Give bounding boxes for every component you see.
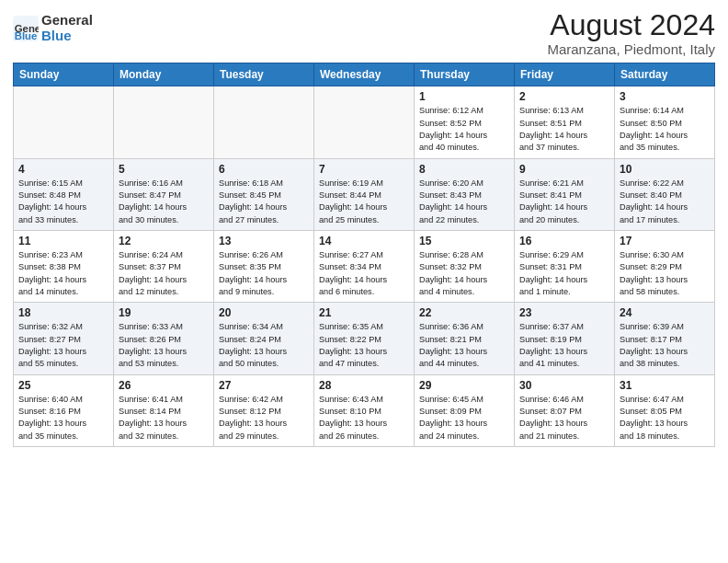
day-cell-24: 24Sunrise: 6:39 AM Sunset: 8:17 PM Dayli… bbox=[615, 303, 715, 374]
day-number: 26 bbox=[119, 379, 209, 392]
day-number: 12 bbox=[119, 235, 209, 247]
day-number: 17 bbox=[620, 235, 710, 247]
day-info: Sunrise: 6:22 AM Sunset: 8:40 PM Dayligh… bbox=[620, 178, 710, 226]
day-cell-19: 19Sunrise: 6:33 AM Sunset: 8:26 PM Dayli… bbox=[114, 303, 214, 374]
day-info: Sunrise: 6:19 AM Sunset: 8:44 PM Dayligh… bbox=[319, 178, 409, 226]
day-number: 30 bbox=[519, 379, 609, 392]
day-info: Sunrise: 6:35 AM Sunset: 8:22 PM Dayligh… bbox=[319, 321, 409, 370]
logo-blue: Blue bbox=[41, 29, 93, 44]
col-header-tuesday: Tuesday bbox=[214, 63, 314, 86]
week-row-4: 18Sunrise: 6:32 AM Sunset: 8:27 PM Dayli… bbox=[14, 303, 715, 374]
col-header-saturday: Saturday bbox=[615, 63, 715, 86]
day-info: Sunrise: 6:28 AM Sunset: 8:32 PM Dayligh… bbox=[419, 249, 509, 298]
day-number: 5 bbox=[119, 163, 209, 176]
day-number: 27 bbox=[219, 379, 309, 392]
day-number: 4 bbox=[18, 163, 108, 176]
day-number: 1 bbox=[419, 90, 509, 103]
day-info: Sunrise: 6:30 AM Sunset: 8:29 PM Dayligh… bbox=[620, 249, 710, 298]
day-number: 28 bbox=[319, 379, 409, 392]
header: General Blue General Blue August 2024 Ma… bbox=[13, 9, 715, 57]
day-info: Sunrise: 6:40 AM Sunset: 8:16 PM Dayligh… bbox=[18, 394, 108, 442]
day-cell-22: 22Sunrise: 6:36 AM Sunset: 8:21 PM Dayli… bbox=[415, 303, 515, 374]
month-year: August 2024 bbox=[547, 9, 715, 41]
day-info: Sunrise: 6:18 AM Sunset: 8:45 PM Dayligh… bbox=[219, 178, 309, 226]
day-number: 23 bbox=[519, 306, 609, 319]
day-info: Sunrise: 6:42 AM Sunset: 8:12 PM Dayligh… bbox=[219, 394, 309, 442]
day-number: 10 bbox=[620, 163, 710, 176]
day-number: 16 bbox=[519, 235, 609, 247]
svg-text:Blue: Blue bbox=[15, 30, 38, 41]
day-info: Sunrise: 6:15 AM Sunset: 8:48 PM Dayligh… bbox=[18, 178, 108, 226]
empty-cell bbox=[14, 86, 114, 158]
day-number: 15 bbox=[419, 235, 509, 247]
day-cell-10: 10Sunrise: 6:22 AM Sunset: 8:40 PM Dayli… bbox=[615, 158, 715, 230]
day-number: 22 bbox=[419, 306, 509, 319]
day-number: 3 bbox=[620, 90, 710, 103]
day-cell-20: 20Sunrise: 6:34 AM Sunset: 8:24 PM Dayli… bbox=[214, 303, 314, 374]
week-row-5: 25Sunrise: 6:40 AM Sunset: 8:16 PM Dayli… bbox=[14, 374, 715, 446]
day-cell-2: 2Sunrise: 6:13 AM Sunset: 8:51 PM Daylig… bbox=[515, 86, 615, 158]
day-cell-9: 9Sunrise: 6:21 AM Sunset: 8:41 PM Daylig… bbox=[515, 158, 615, 230]
day-info: Sunrise: 6:41 AM Sunset: 8:14 PM Dayligh… bbox=[119, 394, 209, 442]
day-cell-5: 5Sunrise: 6:16 AM Sunset: 8:47 PM Daylig… bbox=[114, 158, 214, 230]
col-header-thursday: Thursday bbox=[415, 63, 515, 86]
day-cell-26: 26Sunrise: 6:41 AM Sunset: 8:14 PM Dayli… bbox=[114, 374, 214, 446]
day-number: 8 bbox=[419, 163, 509, 176]
day-info: Sunrise: 6:21 AM Sunset: 8:41 PM Dayligh… bbox=[519, 178, 609, 226]
day-info: Sunrise: 6:12 AM Sunset: 8:52 PM Dayligh… bbox=[419, 105, 509, 154]
calendar-table: SundayMondayTuesdayWednesdayThursdayFrid… bbox=[13, 63, 715, 447]
day-number: 14 bbox=[319, 235, 409, 247]
empty-cell bbox=[314, 86, 415, 158]
col-header-friday: Friday bbox=[515, 63, 615, 86]
day-cell-12: 12Sunrise: 6:24 AM Sunset: 8:37 PM Dayli… bbox=[114, 230, 214, 302]
day-cell-16: 16Sunrise: 6:29 AM Sunset: 8:31 PM Dayli… bbox=[515, 230, 615, 302]
day-info: Sunrise: 6:29 AM Sunset: 8:31 PM Dayligh… bbox=[519, 249, 609, 298]
day-number: 13 bbox=[219, 235, 309, 247]
day-number: 11 bbox=[18, 235, 108, 247]
day-cell-21: 21Sunrise: 6:35 AM Sunset: 8:22 PM Dayli… bbox=[314, 303, 415, 374]
day-info: Sunrise: 6:36 AM Sunset: 8:21 PM Dayligh… bbox=[419, 321, 509, 370]
day-cell-6: 6Sunrise: 6:18 AM Sunset: 8:45 PM Daylig… bbox=[214, 158, 314, 230]
day-info: Sunrise: 6:16 AM Sunset: 8:47 PM Dayligh… bbox=[119, 178, 209, 226]
day-cell-25: 25Sunrise: 6:40 AM Sunset: 8:16 PM Dayli… bbox=[14, 374, 114, 446]
day-number: 2 bbox=[519, 90, 609, 103]
day-cell-27: 27Sunrise: 6:42 AM Sunset: 8:12 PM Dayli… bbox=[214, 374, 314, 446]
day-info: Sunrise: 6:45 AM Sunset: 8:09 PM Dayligh… bbox=[419, 394, 509, 442]
day-info: Sunrise: 6:20 AM Sunset: 8:43 PM Dayligh… bbox=[419, 178, 509, 226]
col-header-monday: Monday bbox=[114, 63, 214, 86]
empty-cell bbox=[214, 86, 314, 158]
day-cell-4: 4Sunrise: 6:15 AM Sunset: 8:48 PM Daylig… bbox=[14, 158, 114, 230]
day-cell-30: 30Sunrise: 6:46 AM Sunset: 8:07 PM Dayli… bbox=[515, 374, 615, 446]
col-header-wednesday: Wednesday bbox=[314, 63, 415, 86]
day-info: Sunrise: 6:26 AM Sunset: 8:35 PM Dayligh… bbox=[219, 249, 309, 298]
day-number: 19 bbox=[119, 306, 209, 319]
week-row-1: 1Sunrise: 6:12 AM Sunset: 8:52 PM Daylig… bbox=[14, 86, 715, 158]
day-cell-3: 3Sunrise: 6:14 AM Sunset: 8:50 PM Daylig… bbox=[615, 86, 715, 158]
location: Maranzana, Piedmont, Italy bbox=[547, 41, 715, 57]
day-number: 9 bbox=[519, 163, 609, 176]
day-cell-11: 11Sunrise: 6:23 AM Sunset: 8:38 PM Dayli… bbox=[14, 230, 114, 302]
day-cell-17: 17Sunrise: 6:30 AM Sunset: 8:29 PM Dayli… bbox=[615, 230, 715, 302]
day-info: Sunrise: 6:33 AM Sunset: 8:26 PM Dayligh… bbox=[119, 321, 209, 370]
day-info: Sunrise: 6:34 AM Sunset: 8:24 PM Dayligh… bbox=[219, 321, 309, 370]
week-row-3: 11Sunrise: 6:23 AM Sunset: 8:38 PM Dayli… bbox=[14, 230, 715, 302]
day-cell-23: 23Sunrise: 6:37 AM Sunset: 8:19 PM Dayli… bbox=[515, 303, 615, 374]
day-number: 24 bbox=[620, 306, 710, 319]
day-cell-13: 13Sunrise: 6:26 AM Sunset: 8:35 PM Dayli… bbox=[214, 230, 314, 302]
day-number: 6 bbox=[219, 163, 309, 176]
day-number: 29 bbox=[419, 379, 509, 392]
day-number: 21 bbox=[319, 306, 409, 319]
day-cell-7: 7Sunrise: 6:19 AM Sunset: 8:44 PM Daylig… bbox=[314, 158, 415, 230]
day-info: Sunrise: 6:37 AM Sunset: 8:19 PM Dayligh… bbox=[519, 321, 609, 370]
logo-text: General Blue bbox=[41, 13, 93, 43]
title-block: August 2024 Maranzana, Piedmont, Italy bbox=[547, 9, 715, 57]
day-cell-28: 28Sunrise: 6:43 AM Sunset: 8:10 PM Dayli… bbox=[314, 374, 415, 446]
day-info: Sunrise: 6:27 AM Sunset: 8:34 PM Dayligh… bbox=[319, 249, 409, 298]
day-cell-29: 29Sunrise: 6:45 AM Sunset: 8:09 PM Dayli… bbox=[415, 374, 515, 446]
day-info: Sunrise: 6:47 AM Sunset: 8:05 PM Dayligh… bbox=[620, 394, 710, 442]
logo: General Blue General Blue bbox=[13, 13, 93, 43]
empty-cell bbox=[114, 86, 214, 158]
day-info: Sunrise: 6:13 AM Sunset: 8:51 PM Dayligh… bbox=[519, 105, 609, 154]
day-number: 31 bbox=[620, 379, 710, 392]
day-info: Sunrise: 6:32 AM Sunset: 8:27 PM Dayligh… bbox=[18, 321, 108, 370]
